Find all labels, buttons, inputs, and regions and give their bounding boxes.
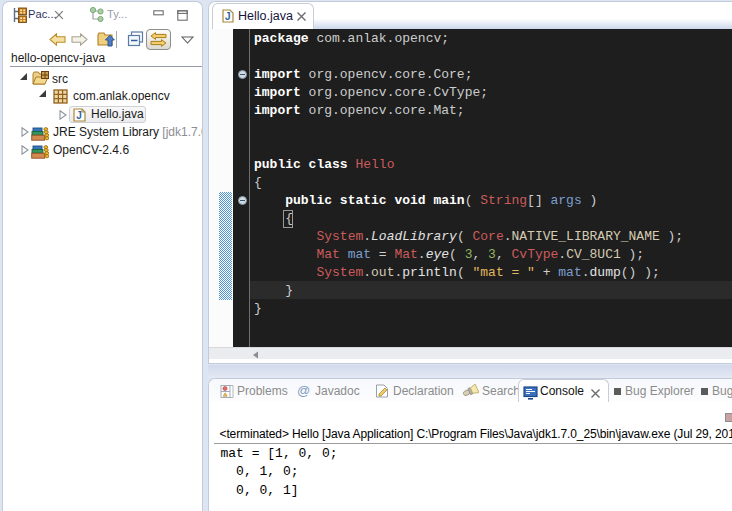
svg-text:J: J — [76, 110, 82, 121]
svg-text:J: J — [225, 11, 231, 22]
